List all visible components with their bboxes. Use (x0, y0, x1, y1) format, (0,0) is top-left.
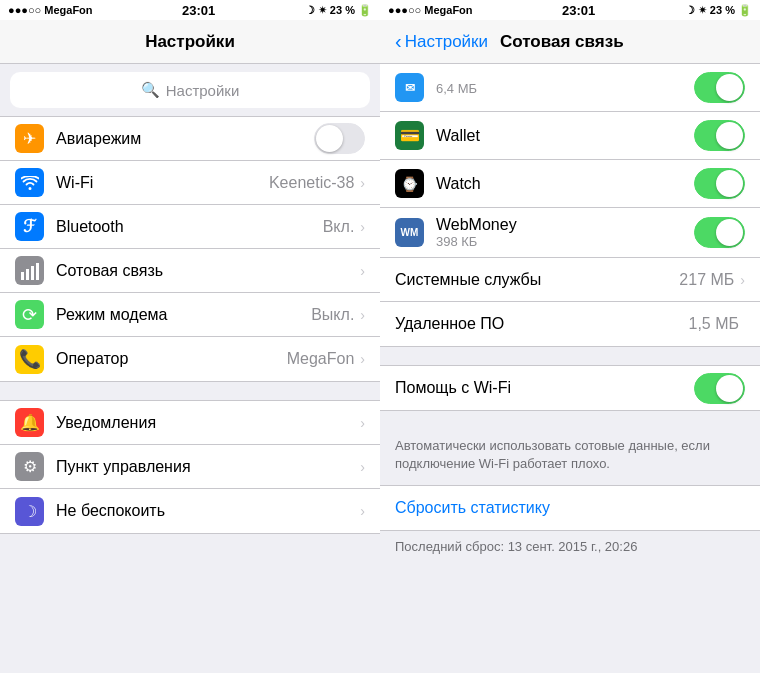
network-settings-group: ✈ Авиарежим Wi-Fi Keenetic-38 › ℱ (0, 116, 380, 382)
left-panel: ●●●○○ MegaFon 23:01 ☽ ✴ 23 % 🔋 Настройки… (0, 0, 380, 673)
modem-icon-wrap: ⟳ (15, 300, 44, 329)
wifi-value: Keenetic-38 (269, 174, 354, 192)
reset-button[interactable]: Сбросить статистику (380, 486, 760, 530)
right-status-bar: ●●●○○ MegaFon 23:01 ☽ ✴ 23 % 🔋 (380, 0, 760, 20)
back-label: Настройки (405, 32, 488, 52)
operator-chevron: › (360, 351, 365, 367)
watch-item[interactable]: ⌚ Watch (380, 160, 760, 208)
cellular-chevron: › (360, 263, 365, 279)
wifi-assist-group: Помощь с Wi-Fi (380, 365, 760, 411)
control-center-label: Пункт управления (56, 458, 360, 476)
dnd-item[interactable]: ☽ Не беспокоить › (0, 489, 380, 533)
right-panel: ●●●○○ MegaFon 23:01 ☽ ✴ 23 % 🔋 ‹ Настрой… (380, 0, 760, 673)
search-icon: 🔍 (141, 81, 160, 99)
wallet-toggle[interactable] (694, 120, 745, 151)
left-time: 23:01 (182, 3, 215, 18)
control-center-chevron: › (360, 459, 365, 475)
right-time: 23:01 (562, 3, 595, 18)
webmoney-item[interactable]: WM WebMoney 398 КБ (380, 208, 760, 258)
svg-rect-1 (26, 269, 29, 280)
left-status-bar: ●●●○○ MegaFon 23:01 ☽ ✴ 23 % 🔋 (0, 0, 380, 20)
system-services-value: 217 МБ (679, 271, 734, 289)
svg-rect-2 (31, 266, 34, 280)
right-nav-title: Сотовая связь (500, 32, 624, 52)
right-carrier: ●●●○○ MegaFon (388, 4, 473, 16)
left-battery: ☽ ✴ 23 % 🔋 (305, 4, 372, 17)
top-app-item[interactable]: ✉ 6,4 МБ (380, 64, 760, 112)
cellular-icon (21, 262, 39, 280)
bluetooth-icon-wrap: ℱ (15, 212, 44, 241)
modem-chevron: › (360, 307, 365, 323)
dnd-chevron: › (360, 503, 365, 519)
system-services-label: Системные службы (395, 271, 679, 289)
watch-toggle[interactable] (694, 168, 745, 199)
webmoney-size: 398 КБ (436, 234, 694, 249)
top-app-group: ✉ 6,4 МБ 💳 Wallet ⌚ Watch (380, 64, 760, 347)
left-nav-title: Настройки (145, 32, 235, 52)
cellular-icon-wrap (15, 256, 44, 285)
modem-value: Выкл. (311, 306, 354, 324)
last-reset-text: Последний сброс: 13 сент. 2015 г., 20:26 (380, 531, 760, 562)
cellular-label: Сотовая связь (56, 262, 360, 280)
right-battery: ☽ ✴ 23 % 🔋 (685, 4, 752, 17)
search-input[interactable]: 🔍 Настройки (10, 72, 370, 108)
bluetooth-chevron: › (360, 219, 365, 235)
webmoney-icon: WM (395, 218, 424, 247)
airplane-icon: ✈ (15, 124, 44, 153)
right-scroll-area[interactable]: ✉ 6,4 МБ 💳 Wallet ⌚ Watch (380, 64, 760, 673)
webmoney-toggle[interactable] (694, 217, 745, 248)
wifi-icon (21, 176, 39, 190)
wallet-name: Wallet (436, 127, 694, 145)
dnd-icon-wrap: ☽ (15, 497, 44, 526)
operator-icon-wrap: 📞 (15, 345, 44, 374)
back-button[interactable]: ‹ Настройки (395, 30, 488, 53)
left-navbar: Настройки (0, 20, 380, 64)
control-center-item[interactable]: ⚙ Пункт управления › (0, 445, 380, 489)
webmoney-name: WebMoney (436, 216, 694, 234)
wifi-assist-description: Автоматически использовать сотовые данны… (380, 429, 760, 485)
wallet-item[interactable]: 💳 Wallet (380, 112, 760, 160)
top-app-size: 6,4 МБ (436, 81, 477, 96)
top-app-text: 6,4 МБ (436, 79, 694, 97)
watch-icon: ⌚ (395, 169, 424, 198)
back-chevron-icon: ‹ (395, 30, 402, 53)
svg-rect-3 (36, 263, 39, 280)
bluetooth-item[interactable]: ℱ Bluetooth Вкл. › (0, 205, 380, 249)
modem-item[interactable]: ⟳ Режим модема Выкл. › (0, 293, 380, 337)
top-app-icon: ✉ (395, 73, 424, 102)
watch-name: Watch (436, 175, 694, 193)
cellular-item[interactable]: Сотовая связь › (0, 249, 380, 293)
wifi-assist-label: Помощь с Wi-Fi (395, 379, 694, 397)
wifi-item[interactable]: Wi-Fi Keenetic-38 › (0, 161, 380, 205)
bluetooth-label: Bluetooth (56, 218, 323, 236)
bluetooth-value: Вкл. (323, 218, 355, 236)
notifications-item[interactable]: 🔔 Уведомления › (0, 401, 380, 445)
operator-value: MegaFon (287, 350, 355, 368)
wifi-chevron: › (360, 175, 365, 191)
dnd-label: Не беспокоить (56, 502, 360, 520)
notifications-icon-wrap: 🔔 (15, 408, 44, 437)
remote-software-label: Удаленное ПО (395, 315, 688, 333)
wallet-icon: 💳 (395, 121, 424, 150)
remote-software-item[interactable]: Удаленное ПО 1,5 МБ (380, 302, 760, 346)
top-app-toggle[interactable] (694, 72, 745, 103)
wifi-assist-toggle[interactable] (694, 373, 745, 404)
airplane-mode-item[interactable]: ✈ Авиарежим (0, 117, 380, 161)
reset-label: Сбросить статистику (395, 499, 550, 517)
control-center-icon-wrap: ⚙ (15, 452, 44, 481)
search-bar: 🔍 Настройки (0, 64, 380, 116)
airplane-label: Авиарежим (56, 130, 314, 148)
operator-item[interactable]: 📞 Оператор MegaFon › (0, 337, 380, 381)
notifications-group: 🔔 Уведомления › ⚙ Пункт управления › ☽ Н… (0, 400, 380, 534)
modem-label: Режим модема (56, 306, 311, 324)
system-services-item[interactable]: Системные службы 217 МБ › (380, 258, 760, 302)
wifi-icon-wrap (15, 168, 44, 197)
wifi-label: Wi-Fi (56, 174, 269, 192)
airplane-toggle[interactable] (314, 123, 365, 154)
wifi-assist-item[interactable]: Помощь с Wi-Fi (380, 366, 760, 410)
operator-label: Оператор (56, 350, 287, 368)
watch-text: Watch (436, 175, 694, 193)
notifications-label: Уведомления (56, 414, 360, 432)
webmoney-text: WebMoney 398 КБ (436, 216, 694, 249)
reset-group: Сбросить статистику (380, 485, 760, 531)
